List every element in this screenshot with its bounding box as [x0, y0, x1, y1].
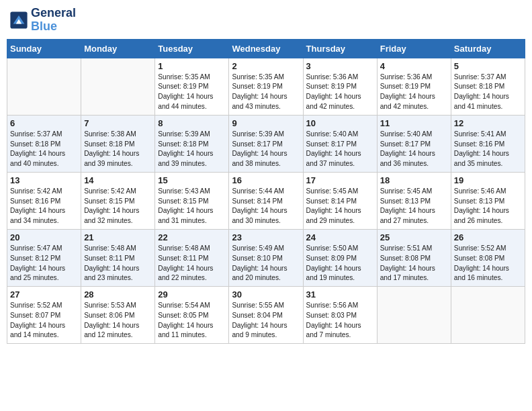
- cell-info: Sunrise: 5:42 AMSunset: 8:15 PMDaylight:…: [84, 187, 152, 226]
- day-number: 5: [454, 61, 522, 71]
- cell-info: Sunrise: 5:53 AMSunset: 8:06 PMDaylight:…: [84, 301, 152, 340]
- calendar-week-2: 6Sunrise: 5:37 AMSunset: 8:18 PMDaylight…: [7, 115, 525, 172]
- cell-info: Sunrise: 5:55 AMSunset: 8:04 PMDaylight:…: [232, 301, 300, 340]
- cell-info: Sunrise: 5:50 AMSunset: 8:09 PMDaylight:…: [306, 244, 374, 283]
- cell-info: Sunrise: 5:49 AMSunset: 8:10 PMDaylight:…: [232, 244, 300, 283]
- day-number: 6: [10, 118, 78, 128]
- cell-info: Sunrise: 5:46 AMSunset: 8:13 PMDaylight:…: [454, 187, 522, 226]
- calendar-cell: 17Sunrise: 5:45 AMSunset: 8:14 PMDayligh…: [303, 172, 377, 229]
- day-number: 22: [158, 232, 226, 242]
- cell-info: Sunrise: 5:37 AMSunset: 8:18 PMDaylight:…: [10, 130, 78, 169]
- cell-info: Sunrise: 5:48 AMSunset: 8:11 PMDaylight:…: [158, 244, 226, 283]
- calendar-cell: 30Sunrise: 5:55 AMSunset: 8:04 PMDayligh…: [229, 287, 303, 344]
- weekday-header-tuesday: Tuesday: [155, 39, 229, 58]
- day-number: 14: [84, 175, 152, 185]
- page-header: GeneralBlue: [7, 7, 525, 34]
- calendar-table: SundayMondayTuesdayWednesdayThursdayFrid…: [7, 39, 525, 345]
- calendar-cell: 11Sunrise: 5:40 AMSunset: 8:17 PMDayligh…: [377, 115, 451, 172]
- day-number: 17: [306, 175, 374, 185]
- calendar-cell: 26Sunrise: 5:52 AMSunset: 8:08 PMDayligh…: [451, 229, 525, 286]
- day-number: 23: [232, 232, 300, 242]
- cell-info: Sunrise: 5:39 AMSunset: 8:17 PMDaylight:…: [232, 130, 300, 169]
- day-number: 21: [84, 232, 152, 242]
- day-number: 28: [84, 289, 152, 300]
- calendar-cell: 1Sunrise: 5:35 AMSunset: 8:19 PMDaylight…: [155, 58, 229, 115]
- cell-info: Sunrise: 5:51 AMSunset: 8:08 PMDaylight:…: [380, 244, 448, 283]
- cell-info: Sunrise: 5:43 AMSunset: 8:15 PMDaylight:…: [158, 187, 226, 226]
- cell-info: Sunrise: 5:41 AMSunset: 8:16 PMDaylight:…: [454, 130, 522, 169]
- day-number: 11: [380, 118, 448, 128]
- calendar-cell: [451, 287, 525, 344]
- cell-info: Sunrise: 5:39 AMSunset: 8:18 PMDaylight:…: [158, 130, 226, 169]
- cell-info: Sunrise: 5:56 AMSunset: 8:03 PMDaylight:…: [306, 301, 374, 340]
- cell-info: Sunrise: 5:52 AMSunset: 8:07 PMDaylight:…: [10, 301, 78, 340]
- cell-info: Sunrise: 5:36 AMSunset: 8:19 PMDaylight:…: [380, 73, 448, 112]
- calendar-cell: 20Sunrise: 5:47 AMSunset: 8:12 PMDayligh…: [7, 229, 81, 286]
- day-number: 20: [10, 232, 78, 242]
- calendar-cell: 2Sunrise: 5:35 AMSunset: 8:19 PMDaylight…: [229, 58, 303, 115]
- calendar-cell: 22Sunrise: 5:48 AMSunset: 8:11 PMDayligh…: [155, 229, 229, 286]
- cell-info: Sunrise: 5:47 AMSunset: 8:12 PMDaylight:…: [10, 244, 78, 283]
- calendar-cell: 18Sunrise: 5:45 AMSunset: 8:13 PMDayligh…: [377, 172, 451, 229]
- calendar-cell: 23Sunrise: 5:49 AMSunset: 8:10 PMDayligh…: [229, 229, 303, 286]
- day-number: 3: [306, 61, 374, 71]
- day-number: 24: [306, 232, 374, 242]
- calendar-cell: [7, 58, 81, 115]
- day-number: 26: [454, 232, 522, 242]
- calendar-cell: 29Sunrise: 5:54 AMSunset: 8:05 PMDayligh…: [155, 287, 229, 344]
- day-number: 12: [454, 118, 522, 128]
- calendar-cell: 19Sunrise: 5:46 AMSunset: 8:13 PMDayligh…: [451, 172, 525, 229]
- calendar-cell: 28Sunrise: 5:53 AMSunset: 8:06 PMDayligh…: [81, 287, 155, 344]
- calendar-week-3: 13Sunrise: 5:42 AMSunset: 8:16 PMDayligh…: [7, 172, 525, 229]
- day-number: 19: [454, 175, 522, 185]
- cell-info: Sunrise: 5:52 AMSunset: 8:08 PMDaylight:…: [454, 244, 522, 283]
- day-number: 30: [232, 289, 300, 300]
- calendar-cell: 21Sunrise: 5:48 AMSunset: 8:11 PMDayligh…: [81, 229, 155, 286]
- calendar-cell: 15Sunrise: 5:43 AMSunset: 8:15 PMDayligh…: [155, 172, 229, 229]
- day-number: 10: [306, 118, 374, 128]
- cell-info: Sunrise: 5:54 AMSunset: 8:05 PMDaylight:…: [158, 301, 226, 340]
- day-number: 1: [158, 61, 226, 71]
- calendar-cell: 31Sunrise: 5:56 AMSunset: 8:03 PMDayligh…: [303, 287, 377, 344]
- calendar-cell: 5Sunrise: 5:37 AMSunset: 8:18 PMDaylight…: [451, 58, 525, 115]
- calendar-cell: 3Sunrise: 5:36 AMSunset: 8:19 PMDaylight…: [303, 58, 377, 115]
- weekday-header-thursday: Thursday: [303, 39, 377, 58]
- cell-info: Sunrise: 5:38 AMSunset: 8:18 PMDaylight:…: [84, 130, 152, 169]
- logo: GeneralBlue: [9, 7, 76, 34]
- day-number: 31: [306, 289, 374, 300]
- cell-info: Sunrise: 5:36 AMSunset: 8:19 PMDaylight:…: [306, 73, 374, 112]
- calendar-cell: 16Sunrise: 5:44 AMSunset: 8:14 PMDayligh…: [229, 172, 303, 229]
- calendar-cell: 14Sunrise: 5:42 AMSunset: 8:15 PMDayligh…: [81, 172, 155, 229]
- cell-info: Sunrise: 5:35 AMSunset: 8:19 PMDaylight:…: [232, 73, 300, 112]
- day-number: 15: [158, 175, 226, 185]
- day-number: 13: [10, 175, 78, 185]
- day-number: 18: [380, 175, 448, 185]
- day-number: 25: [380, 232, 448, 242]
- weekday-header-saturday: Saturday: [451, 39, 525, 58]
- cell-info: Sunrise: 5:44 AMSunset: 8:14 PMDaylight:…: [232, 187, 300, 226]
- weekday-header-row: SundayMondayTuesdayWednesdayThursdayFrid…: [7, 39, 525, 58]
- weekday-header-friday: Friday: [377, 39, 451, 58]
- cell-info: Sunrise: 5:40 AMSunset: 8:17 PMDaylight:…: [380, 130, 448, 169]
- cell-info: Sunrise: 5:37 AMSunset: 8:18 PMDaylight:…: [454, 73, 522, 112]
- calendar-week-5: 27Sunrise: 5:52 AMSunset: 8:07 PMDayligh…: [7, 287, 525, 344]
- calendar-cell: 13Sunrise: 5:42 AMSunset: 8:16 PMDayligh…: [7, 172, 81, 229]
- weekday-header-monday: Monday: [81, 39, 155, 58]
- cell-info: Sunrise: 5:45 AMSunset: 8:14 PMDaylight:…: [306, 187, 374, 226]
- calendar-cell: 8Sunrise: 5:39 AMSunset: 8:18 PMDaylight…: [155, 115, 229, 172]
- day-number: 2: [232, 61, 300, 71]
- cell-info: Sunrise: 5:35 AMSunset: 8:19 PMDaylight:…: [158, 73, 226, 112]
- cell-info: Sunrise: 5:42 AMSunset: 8:16 PMDaylight:…: [10, 187, 78, 226]
- day-number: 27: [10, 289, 78, 300]
- calendar-cell: 7Sunrise: 5:38 AMSunset: 8:18 PMDaylight…: [81, 115, 155, 172]
- day-number: 29: [158, 289, 226, 300]
- day-number: 8: [158, 118, 226, 128]
- weekday-header-sunday: Sunday: [7, 39, 81, 58]
- calendar-cell: 24Sunrise: 5:50 AMSunset: 8:09 PMDayligh…: [303, 229, 377, 286]
- calendar-cell: 10Sunrise: 5:40 AMSunset: 8:17 PMDayligh…: [303, 115, 377, 172]
- day-number: 9: [232, 118, 300, 128]
- day-number: 7: [84, 118, 152, 128]
- calendar-week-4: 20Sunrise: 5:47 AMSunset: 8:12 PMDayligh…: [7, 229, 525, 286]
- day-number: 4: [380, 61, 448, 71]
- logo-icon: [9, 11, 28, 30]
